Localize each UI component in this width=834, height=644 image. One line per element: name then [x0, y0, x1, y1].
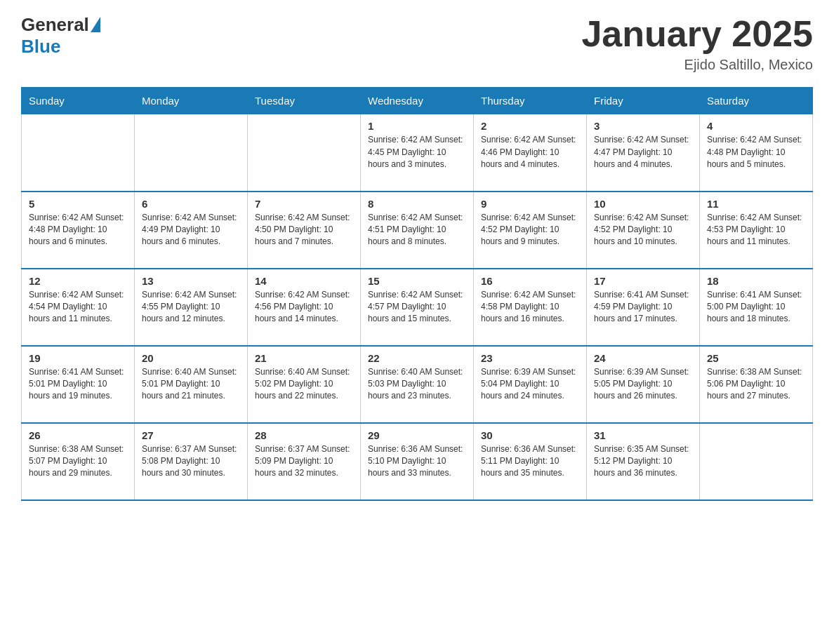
calendar-cell: 27Sunrise: 6:37 AM Sunset: 5:08 PM Dayli…	[135, 423, 248, 500]
calendar-cell: 15Sunrise: 6:42 AM Sunset: 4:57 PM Dayli…	[361, 269, 474, 346]
day-number: 4	[707, 120, 805, 132]
day-info: Sunrise: 6:39 AM Sunset: 5:04 PM Dayligh…	[481, 366, 579, 403]
title-section: January 2025 Ejido Saltillo, Mexico	[581, 14, 813, 73]
day-info: Sunrise: 6:42 AM Sunset: 4:48 PM Dayligh…	[707, 134, 805, 170]
calendar-cell: 30Sunrise: 6:36 AM Sunset: 5:11 PM Dayli…	[474, 423, 587, 500]
day-header-saturday: Saturday	[700, 88, 813, 114]
day-info: Sunrise: 6:41 AM Sunset: 4:59 PM Dayligh…	[594, 289, 692, 326]
day-info: Sunrise: 6:42 AM Sunset: 4:55 PM Dayligh…	[142, 289, 240, 326]
day-number: 6	[142, 198, 240, 210]
day-number: 25	[707, 352, 805, 364]
calendar-cell: 28Sunrise: 6:37 AM Sunset: 5:09 PM Dayli…	[248, 423, 361, 500]
calendar-week-row: 5Sunrise: 6:42 AM Sunset: 4:48 PM Daylig…	[22, 192, 813, 269]
day-number: 15	[368, 275, 466, 287]
day-header-thursday: Thursday	[474, 88, 587, 114]
day-info: Sunrise: 6:42 AM Sunset: 4:47 PM Dayligh…	[594, 134, 692, 170]
day-info: Sunrise: 6:41 AM Sunset: 5:01 PM Dayligh…	[29, 366, 127, 403]
day-number: 19	[29, 352, 127, 364]
day-number: 20	[142, 352, 240, 364]
day-info: Sunrise: 6:40 AM Sunset: 5:02 PM Dayligh…	[255, 366, 353, 403]
calendar-cell: 19Sunrise: 6:41 AM Sunset: 5:01 PM Dayli…	[22, 346, 135, 423]
day-number: 24	[594, 352, 692, 364]
logo: General Blue	[21, 14, 100, 58]
calendar-cell	[248, 114, 361, 192]
logo-blue: Blue	[21, 36, 100, 58]
calendar-cell: 25Sunrise: 6:38 AM Sunset: 5:06 PM Dayli…	[700, 346, 813, 423]
calendar-week-row: 1Sunrise: 6:42 AM Sunset: 4:45 PM Daylig…	[22, 114, 813, 192]
day-info: Sunrise: 6:40 AM Sunset: 5:01 PM Dayligh…	[142, 366, 240, 403]
day-number: 9	[481, 198, 579, 210]
calendar-cell: 8Sunrise: 6:42 AM Sunset: 4:51 PM Daylig…	[361, 192, 474, 269]
calendar-cell: 13Sunrise: 6:42 AM Sunset: 4:55 PM Dayli…	[135, 269, 248, 346]
day-info: Sunrise: 6:40 AM Sunset: 5:03 PM Dayligh…	[368, 366, 466, 403]
day-info: Sunrise: 6:42 AM Sunset: 4:57 PM Dayligh…	[368, 289, 466, 326]
calendar-cell: 16Sunrise: 6:42 AM Sunset: 4:58 PM Dayli…	[474, 269, 587, 346]
logo-triangle-icon	[91, 17, 100, 32]
day-number: 29	[368, 429, 466, 441]
day-info: Sunrise: 6:42 AM Sunset: 4:50 PM Dayligh…	[255, 212, 353, 248]
day-number: 13	[142, 275, 240, 287]
day-number: 3	[594, 120, 692, 132]
calendar-cell: 2Sunrise: 6:42 AM Sunset: 4:46 PM Daylig…	[474, 114, 587, 192]
day-header-monday: Monday	[135, 88, 248, 114]
day-number: 18	[707, 275, 805, 287]
calendar-cell: 22Sunrise: 6:40 AM Sunset: 5:03 PM Dayli…	[361, 346, 474, 423]
day-number: 23	[481, 352, 579, 364]
calendar-cell: 6Sunrise: 6:42 AM Sunset: 4:49 PM Daylig…	[135, 192, 248, 269]
logo-text-group: General Blue	[21, 14, 100, 58]
day-number: 16	[481, 275, 579, 287]
calendar-cell: 23Sunrise: 6:39 AM Sunset: 5:04 PM Dayli…	[474, 346, 587, 423]
day-number: 10	[594, 198, 692, 210]
day-info: Sunrise: 6:42 AM Sunset: 4:51 PM Dayligh…	[368, 212, 466, 248]
day-info: Sunrise: 6:37 AM Sunset: 5:08 PM Dayligh…	[142, 443, 240, 480]
calendar-cell: 14Sunrise: 6:42 AM Sunset: 4:56 PM Dayli…	[248, 269, 361, 346]
calendar-cell: 9Sunrise: 6:42 AM Sunset: 4:52 PM Daylig…	[474, 192, 587, 269]
day-number: 26	[29, 429, 127, 441]
day-info: Sunrise: 6:39 AM Sunset: 5:05 PM Dayligh…	[594, 366, 692, 403]
day-number: 21	[255, 352, 353, 364]
day-info: Sunrise: 6:41 AM Sunset: 5:00 PM Dayligh…	[707, 289, 805, 326]
day-info: Sunrise: 6:42 AM Sunset: 4:56 PM Dayligh…	[255, 289, 353, 326]
calendar-cell: 3Sunrise: 6:42 AM Sunset: 4:47 PM Daylig…	[587, 114, 700, 192]
calendar-cell: 11Sunrise: 6:42 AM Sunset: 4:53 PM Dayli…	[700, 192, 813, 269]
day-info: Sunrise: 6:42 AM Sunset: 4:49 PM Dayligh…	[142, 212, 240, 248]
calendar-cell: 7Sunrise: 6:42 AM Sunset: 4:50 PM Daylig…	[248, 192, 361, 269]
day-number: 5	[29, 198, 127, 210]
calendar-cell	[22, 114, 135, 192]
day-info: Sunrise: 6:37 AM Sunset: 5:09 PM Dayligh…	[255, 443, 353, 480]
day-number: 12	[29, 275, 127, 287]
day-info: Sunrise: 6:42 AM Sunset: 4:58 PM Dayligh…	[481, 289, 579, 326]
day-info: Sunrise: 6:42 AM Sunset: 4:48 PM Dayligh…	[29, 212, 127, 248]
calendar-cell	[135, 114, 248, 192]
day-info: Sunrise: 6:38 AM Sunset: 5:06 PM Dayligh…	[707, 366, 805, 403]
day-number: 7	[255, 198, 353, 210]
calendar-subtitle: Ejido Saltillo, Mexico	[581, 57, 813, 73]
logo-general: General	[21, 14, 89, 36]
day-header-friday: Friday	[587, 88, 700, 114]
day-info: Sunrise: 6:36 AM Sunset: 5:11 PM Dayligh…	[481, 443, 579, 480]
page-header: General Blue January 2025 Ejido Saltillo…	[21, 14, 813, 73]
calendar-cell: 5Sunrise: 6:42 AM Sunset: 4:48 PM Daylig…	[22, 192, 135, 269]
calendar-cell: 29Sunrise: 6:36 AM Sunset: 5:10 PM Dayli…	[361, 423, 474, 500]
calendar-title: January 2025	[581, 14, 813, 54]
calendar-header-row: SundayMondayTuesdayWednesdayThursdayFrid…	[22, 88, 813, 114]
day-info: Sunrise: 6:42 AM Sunset: 4:54 PM Dayligh…	[29, 289, 127, 326]
calendar-week-row: 12Sunrise: 6:42 AM Sunset: 4:54 PM Dayli…	[22, 269, 813, 346]
calendar-week-row: 26Sunrise: 6:38 AM Sunset: 5:07 PM Dayli…	[22, 423, 813, 500]
calendar-cell: 17Sunrise: 6:41 AM Sunset: 4:59 PM Dayli…	[587, 269, 700, 346]
day-info: Sunrise: 6:38 AM Sunset: 5:07 PM Dayligh…	[29, 443, 127, 480]
day-number: 27	[142, 429, 240, 441]
calendar-cell: 31Sunrise: 6:35 AM Sunset: 5:12 PM Dayli…	[587, 423, 700, 500]
calendar-cell: 10Sunrise: 6:42 AM Sunset: 4:52 PM Dayli…	[587, 192, 700, 269]
day-header-wednesday: Wednesday	[361, 88, 474, 114]
calendar-cell: 18Sunrise: 6:41 AM Sunset: 5:00 PM Dayli…	[700, 269, 813, 346]
day-info: Sunrise: 6:36 AM Sunset: 5:10 PM Dayligh…	[368, 443, 466, 480]
calendar-cell: 26Sunrise: 6:38 AM Sunset: 5:07 PM Dayli…	[22, 423, 135, 500]
day-number: 11	[707, 198, 805, 210]
day-info: Sunrise: 6:42 AM Sunset: 4:52 PM Dayligh…	[594, 212, 692, 248]
calendar-cell: 4Sunrise: 6:42 AM Sunset: 4:48 PM Daylig…	[700, 114, 813, 192]
day-header-sunday: Sunday	[22, 88, 135, 114]
calendar-table: SundayMondayTuesdayWednesdayThursdayFrid…	[21, 87, 813, 501]
day-number: 14	[255, 275, 353, 287]
day-number: 8	[368, 198, 466, 210]
